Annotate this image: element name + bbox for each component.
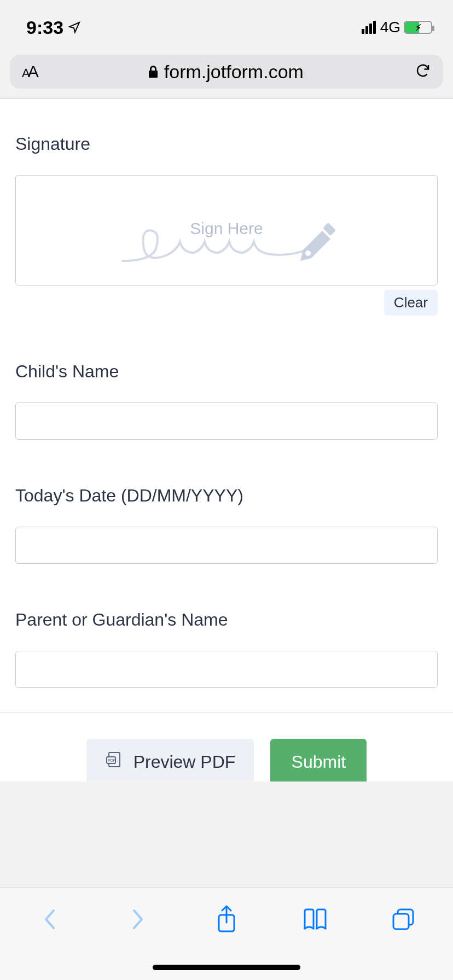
status-bar: 9:33 4G ⚡︎ (0, 0, 453, 55)
child-name-label: Child's Name (15, 361, 438, 382)
reload-icon[interactable] (415, 62, 431, 81)
signature-field: Signature Sign Here Clear (15, 134, 438, 316)
signature-label: Signature (15, 134, 438, 154)
submit-button[interactable]: Submit (270, 739, 367, 781)
guardian-name-input[interactable] (15, 651, 438, 688)
status-right: 4G ⚡︎ (362, 19, 432, 36)
child-name-field: Child's Name (15, 361, 438, 440)
tabs-button[interactable] (387, 903, 420, 936)
preview-pdf-label: Preview PDF (133, 752, 236, 772)
url-text: form.jotform.com (164, 61, 304, 83)
pdf-icon: PDF (105, 750, 124, 773)
battery-icon: ⚡︎ (404, 21, 432, 34)
lock-icon (148, 61, 159, 83)
svg-rect-8 (393, 914, 409, 929)
share-button[interactable] (210, 903, 243, 936)
status-time: 9:33 (26, 17, 63, 38)
home-indicator[interactable] (153, 965, 300, 970)
signature-placeholder-text: Sign Here (190, 219, 263, 238)
forward-button[interactable] (121, 903, 154, 936)
svg-point-1 (305, 250, 311, 256)
status-left: 9:33 (26, 17, 81, 38)
date-input[interactable] (15, 527, 438, 564)
location-arrow-icon (68, 17, 81, 38)
signature-pad[interactable]: Sign Here (15, 175, 438, 285)
page-content: Signature Sign Here Clear Chi (0, 98, 453, 781)
address-bar[interactable]: AA form.jotform.com (10, 55, 443, 89)
cell-signal-icon (362, 21, 376, 34)
back-button[interactable] (33, 903, 66, 936)
date-field: Today's Date (DD/MM/YYYY) (15, 486, 438, 564)
network-label: 4G (380, 19, 400, 36)
guardian-name-label: Parent or Guardian's Name (15, 610, 438, 630)
date-label: Today's Date (DD/MM/YYYY) (15, 486, 438, 506)
guardian-name-field: Parent or Guardian's Name (15, 610, 438, 688)
text-size-button[interactable]: AA (22, 62, 37, 81)
bookmarks-button[interactable] (299, 903, 332, 936)
address-bar-container: AA form.jotform.com (0, 55, 453, 98)
address-bar-url[interactable]: form.jotform.com (37, 61, 415, 83)
browser-toolbar (0, 887, 453, 980)
svg-text:PDF: PDF (108, 759, 115, 762)
child-name-input[interactable] (15, 402, 438, 440)
preview-pdf-button[interactable]: PDF Preview PDF (86, 739, 254, 781)
clear-signature-button[interactable]: Clear (384, 290, 438, 316)
form-actions: PDF Preview PDF Submit (0, 713, 453, 781)
